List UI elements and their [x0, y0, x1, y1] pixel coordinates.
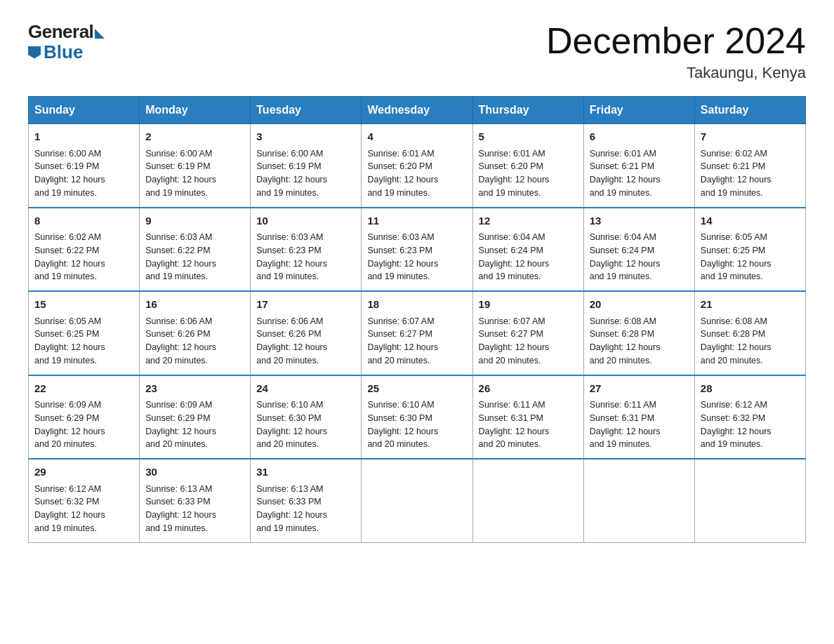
sunrise-label: Sunrise: 6:04 AM — [479, 232, 545, 242]
sunset-label: Sunset: 6:25 PM — [701, 246, 765, 255]
day-number: 10 — [256, 213, 355, 229]
sunrise-label: Sunrise: 6:01 AM — [590, 149, 656, 159]
day-number: 23 — [145, 381, 244, 397]
daylight-label: Daylight: 12 hoursand 19 minutes. — [34, 510, 105, 533]
day-number: 11 — [367, 213, 466, 229]
location-subtitle: Takaungu, Kenya — [546, 64, 806, 82]
daylight-label: Daylight: 12 hoursand 19 minutes. — [479, 175, 550, 198]
title-block: December 2024 Takaungu, Kenya — [546, 21, 806, 82]
table-row: 31 Sunrise: 6:13 AM Sunset: 6:33 PM Dayl… — [251, 459, 362, 542]
sunset-label: Sunset: 6:25 PM — [34, 329, 99, 339]
day-number: 12 — [479, 213, 578, 229]
day-number: 24 — [256, 381, 355, 397]
sunset-label: Sunset: 6:20 PM — [367, 161, 432, 171]
calendar-week-4: 22 Sunrise: 6:09 AM Sunset: 6:29 PM Dayl… — [29, 375, 806, 459]
sunrise-label: Sunrise: 6:09 AM — [145, 400, 212, 410]
daylight-label: Daylight: 12 hoursand 19 minutes. — [256, 175, 327, 198]
calendar-header-row: Sunday Monday Tuesday Wednesday Thursday… — [29, 97, 806, 124]
sunrise-label: Sunrise: 6:00 AM — [145, 149, 212, 159]
sunrise-label: Sunrise: 6:12 AM — [701, 400, 767, 410]
day-number: 8 — [34, 213, 133, 229]
table-row: 24 Sunrise: 6:10 AM Sunset: 6:30 PM Dayl… — [251, 375, 362, 459]
sunrise-label: Sunrise: 6:10 AM — [367, 400, 434, 410]
daylight-label: Daylight: 12 hoursand 19 minutes. — [590, 175, 661, 198]
sunset-label: Sunset: 6:28 PM — [701, 329, 765, 339]
daylight-label: Daylight: 12 hoursand 19 minutes. — [701, 427, 772, 450]
sunset-label: Sunset: 6:26 PM — [256, 329, 321, 339]
sunset-label: Sunset: 6:27 PM — [479, 329, 543, 339]
daylight-label: Daylight: 12 hoursand 20 minutes. — [145, 342, 216, 365]
calendar-week-3: 15 Sunrise: 6:05 AM Sunset: 6:25 PM Dayl… — [29, 291, 806, 375]
sunrise-label: Sunrise: 6:02 AM — [34, 232, 101, 242]
table-row: 7 Sunrise: 6:02 AM Sunset: 6:21 PM Dayli… — [694, 124, 805, 208]
day-number: 26 — [479, 381, 578, 397]
daylight-label: Daylight: 12 hoursand 19 minutes. — [256, 259, 327, 282]
sunset-label: Sunset: 6:19 PM — [256, 161, 321, 171]
sunrise-label: Sunrise: 6:03 AM — [367, 232, 434, 242]
table-row: 3 Sunrise: 6:00 AM Sunset: 6:19 PM Dayli… — [251, 124, 362, 208]
day-number: 19 — [479, 297, 578, 313]
daylight-label: Daylight: 12 hoursand 19 minutes. — [701, 175, 772, 198]
sunset-label: Sunset: 6:24 PM — [590, 246, 654, 255]
sunset-label: Sunset: 6:22 PM — [34, 246, 99, 255]
col-monday: Monday — [140, 97, 251, 124]
daylight-label: Daylight: 12 hoursand 20 minutes. — [256, 342, 327, 365]
sunset-label: Sunset: 6:21 PM — [590, 161, 654, 171]
daylight-label: Daylight: 12 hoursand 20 minutes. — [367, 427, 438, 450]
table-row: 1 Sunrise: 6:00 AM Sunset: 6:19 PM Dayli… — [29, 124, 140, 208]
table-row: 20 Sunrise: 6:08 AM Sunset: 6:28 PM Dayl… — [583, 291, 694, 375]
table-row: 30 Sunrise: 6:13 AM Sunset: 6:33 PM Dayl… — [140, 459, 251, 542]
table-row: 22 Sunrise: 6:09 AM Sunset: 6:29 PM Dayl… — [29, 375, 140, 459]
sunrise-label: Sunrise: 6:07 AM — [479, 316, 545, 326]
table-row — [472, 459, 583, 542]
col-thursday: Thursday — [472, 97, 583, 124]
table-row — [583, 459, 694, 542]
logo-arrow-icon — [95, 29, 105, 39]
logo-general-text: General — [28, 21, 93, 43]
sunrise-label: Sunrise: 6:03 AM — [145, 232, 212, 242]
day-number: 7 — [701, 129, 800, 145]
sunrise-label: Sunrise: 6:09 AM — [34, 400, 101, 410]
daylight-label: Daylight: 12 hoursand 19 minutes. — [145, 259, 216, 282]
day-number: 22 — [34, 381, 133, 397]
sunrise-label: Sunrise: 6:12 AM — [34, 484, 101, 494]
sunrise-label: Sunrise: 6:06 AM — [256, 316, 323, 326]
sunset-label: Sunset: 6:29 PM — [34, 413, 99, 423]
table-row: 9 Sunrise: 6:03 AM Sunset: 6:22 PM Dayli… — [140, 208, 251, 292]
daylight-label: Daylight: 12 hoursand 19 minutes. — [367, 259, 438, 282]
day-number: 28 — [701, 381, 800, 397]
table-row: 23 Sunrise: 6:09 AM Sunset: 6:29 PM Dayl… — [140, 375, 251, 459]
day-number: 31 — [256, 464, 355, 481]
sunset-label: Sunset: 6:23 PM — [256, 246, 321, 255]
sunrise-label: Sunrise: 6:07 AM — [367, 316, 434, 326]
daylight-label: Daylight: 12 hoursand 19 minutes. — [590, 427, 661, 450]
sunset-label: Sunset: 6:24 PM — [479, 246, 543, 255]
day-number: 14 — [701, 213, 800, 229]
daylight-label: Daylight: 12 hoursand 19 minutes. — [34, 342, 105, 365]
day-number: 30 — [145, 464, 244, 481]
col-tuesday: Tuesday — [251, 97, 362, 124]
table-row: 19 Sunrise: 6:07 AM Sunset: 6:27 PM Dayl… — [472, 291, 583, 375]
daylight-label: Daylight: 12 hoursand 19 minutes. — [367, 175, 438, 198]
day-number: 25 — [367, 381, 466, 397]
day-number: 17 — [256, 297, 355, 313]
table-row: 8 Sunrise: 6:02 AM Sunset: 6:22 PM Dayli… — [29, 208, 140, 292]
sunset-label: Sunset: 6:33 PM — [145, 497, 210, 507]
sunset-label: Sunset: 6:23 PM — [367, 246, 432, 255]
table-row: 25 Sunrise: 6:10 AM Sunset: 6:30 PM Dayl… — [362, 375, 472, 459]
table-row: 18 Sunrise: 6:07 AM Sunset: 6:27 PM Dayl… — [362, 291, 472, 375]
month-year-title: December 2024 — [546, 21, 806, 61]
sunrise-label: Sunrise: 6:10 AM — [256, 400, 323, 410]
day-number: 4 — [367, 129, 466, 145]
sunset-label: Sunset: 6:31 PM — [479, 413, 543, 423]
daylight-label: Daylight: 12 hoursand 19 minutes. — [701, 259, 772, 282]
col-friday: Friday — [583, 97, 694, 124]
table-row: 11 Sunrise: 6:03 AM Sunset: 6:23 PM Dayl… — [362, 208, 472, 292]
sunset-label: Sunset: 6:19 PM — [145, 161, 210, 171]
table-row: 14 Sunrise: 6:05 AM Sunset: 6:25 PM Dayl… — [694, 208, 805, 292]
table-row — [694, 459, 805, 542]
daylight-label: Daylight: 12 hoursand 20 minutes. — [701, 342, 772, 365]
day-number: 29 — [34, 464, 133, 481]
table-row: 16 Sunrise: 6:06 AM Sunset: 6:26 PM Dayl… — [140, 291, 251, 375]
sunrise-label: Sunrise: 6:13 AM — [256, 484, 323, 494]
